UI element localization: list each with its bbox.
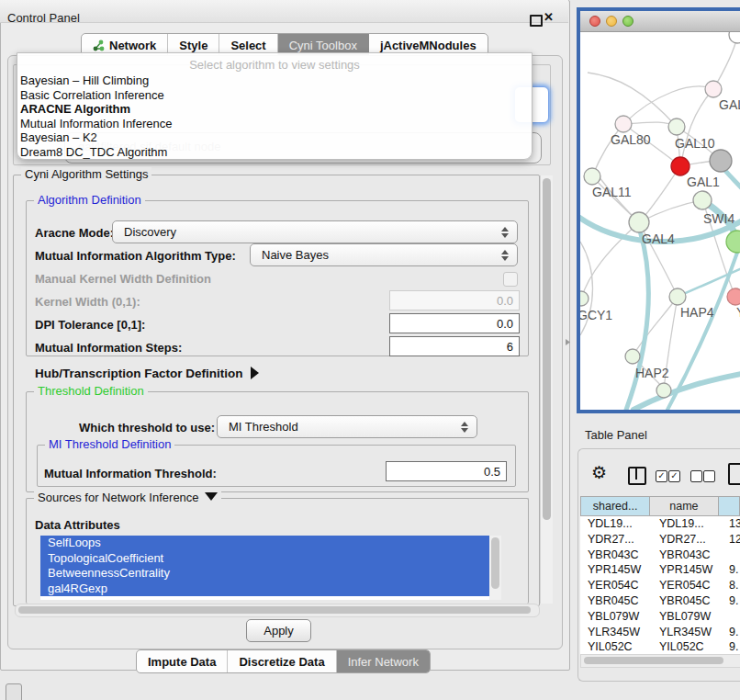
table-horizontal-scrollbar[interactable] xyxy=(580,654,740,668)
dropdown-item-bayesian-hill-climbing[interactable]: Bayesian – Hill Climbing xyxy=(17,73,532,88)
zoom-traffic-light-icon[interactable] xyxy=(622,16,633,27)
network-node-gray[interactable] xyxy=(710,150,732,172)
apply-button-label: Apply xyxy=(263,624,294,638)
table-row[interactable]: YBR043CYBR043C xyxy=(580,548,740,563)
cyni-bottom-tabbar: Impute Data Discretize Data Infer Networ… xyxy=(136,649,431,673)
aracne-mode-combo[interactable]: Discovery xyxy=(112,220,518,243)
tab-jactivemnodules-label: jActiveMNodules xyxy=(380,39,477,52)
collapse-panel-button[interactable] xyxy=(6,683,22,700)
aracne-mode-label: Aracne Mode: xyxy=(35,226,114,240)
tab-infer-network[interactable]: Infer Network xyxy=(337,650,430,672)
table-row[interactable]: YBL079WYBL079W xyxy=(580,609,740,625)
network-node-gal11[interactable] xyxy=(584,168,600,185)
aracne-mode-value: Discovery xyxy=(124,225,176,239)
minimize-traffic-light-icon[interactable] xyxy=(606,16,617,27)
list-item-topologicalcoefficient[interactable]: TopologicalCoefficient xyxy=(40,551,501,567)
mi-threshold-label: Mutual Information Threshold: xyxy=(44,467,217,480)
network-node-hap4[interactable] xyxy=(669,288,686,305)
list-item-betweennesscentrality[interactable]: BetweennessCentrality xyxy=(40,566,501,581)
close-icon[interactable]: ✕ xyxy=(544,10,554,24)
network-window-titlebar[interactable] xyxy=(580,11,740,32)
which-threshold-combo[interactable]: MI Threshold xyxy=(217,415,477,438)
float-window-icon[interactable] xyxy=(530,15,543,27)
table-row[interactable]: YDR27...YDR27...12 xyxy=(580,532,740,548)
list-item-selfloops[interactable]: SelfLoops xyxy=(40,536,501,551)
mi-type-combo[interactable]: Naive Bayes xyxy=(250,243,518,266)
tab-style-label: Style xyxy=(179,39,207,52)
algorithm-dropdown: Select algorithm to view settings Bayesi… xyxy=(17,52,533,160)
node-table[interactable]: shared... name YDL19...YDL19...13 YDR27.… xyxy=(580,496,740,654)
network-node-partial-top[interactable] xyxy=(729,32,740,43)
screen: Control Panel ✕ Network Style Select Cyn… xyxy=(0,0,740,700)
control-panel-titlebar[interactable] xyxy=(0,0,568,23)
columns-icon[interactable] xyxy=(628,467,646,485)
tab-discretize-data[interactable]: Discretize Data xyxy=(228,650,336,672)
table-row[interactable]: YBR045CYBR045C9. xyxy=(580,593,740,609)
gear-icon[interactable]: ⚙ xyxy=(591,464,607,481)
network-node-swi4[interactable] xyxy=(693,191,712,209)
data-attributes-list[interactable]: SelfLoops TopologicalCoefficient Between… xyxy=(40,536,501,600)
table-horizontal-scrollbar-thumb[interactable] xyxy=(584,657,723,664)
column-header-cut[interactable] xyxy=(719,496,740,516)
network-node-gal80[interactable] xyxy=(615,116,632,132)
column-header-name[interactable]: name xyxy=(650,496,718,516)
svg-text:GAL1: GAL1 xyxy=(687,175,720,189)
sources-legend-label: Sources for Network Inference xyxy=(38,491,199,504)
export-table-icon[interactable] xyxy=(728,463,740,485)
dpi-tolerance-label: DPI Tolerance [0,1]: xyxy=(35,318,145,332)
mi-steps-field[interactable] xyxy=(389,336,520,356)
dropdown-item-basic-correlation[interactable]: Basic Correlation Inference xyxy=(17,88,532,103)
network-node-partial-bottom[interactable] xyxy=(656,383,671,398)
settings-horizontal-scrollbar[interactable] xyxy=(15,604,540,617)
dropdown-item-dream8[interactable]: Dream8 DC_TDC Algorithm xyxy=(17,145,532,160)
network-node-green[interactable] xyxy=(726,231,740,253)
dropdown-item-aracne[interactable]: ARACNE Algorithm xyxy=(17,102,532,117)
select-all-checkbox2-icon[interactable]: ✓ xyxy=(668,470,680,482)
column-header-shared[interactable]: shared... xyxy=(580,496,650,516)
attributes-scrollbar[interactable] xyxy=(489,536,501,600)
network-node-gal4[interactable] xyxy=(629,212,649,232)
settings-vertical-scrollbar-thumb[interactable] xyxy=(543,178,551,520)
network-node-salmon[interactable] xyxy=(727,288,740,305)
network-canvas[interactable]: GAL GAL80 GAL10 GAL1 GAL11 SWI4 GAL4 GCY… xyxy=(580,32,740,410)
combo-arrows-icon xyxy=(501,250,509,261)
mi-type-label: Mutual Information Algorithm Type: xyxy=(35,249,236,263)
settings-vertical-scrollbar[interactable] xyxy=(540,175,553,604)
dropdown-item-mutual-information[interactable]: Mutual Information Inference xyxy=(17,117,532,131)
table-row[interactable]: YLR345WYLR345W9. xyxy=(580,625,740,640)
attributes-scrollbar-thumb[interactable] xyxy=(491,537,499,589)
network-node-gcy1[interactable] xyxy=(580,291,589,306)
settings-horizontal-scrollbar-thumb[interactable] xyxy=(18,606,531,614)
select-all-checkbox-icon[interactable]: ✓ xyxy=(656,470,667,482)
network-node-gal10[interactable] xyxy=(668,119,685,135)
tab-cyni-toolbox-label: Cyni Toolbox xyxy=(289,39,357,52)
svg-text:SWI4: SWI4 xyxy=(703,211,734,226)
table-row[interactable]: YDL19...YDL19...13 xyxy=(580,516,740,532)
close-traffic-light-icon[interactable] xyxy=(589,16,600,27)
table-row[interactable]: YIL052CYIL052C9. xyxy=(580,639,740,654)
manual-kernel-checkbox[interactable] xyxy=(503,272,518,287)
mi-threshold-field[interactable] xyxy=(386,461,507,481)
network-node-gal1[interactable] xyxy=(671,157,690,175)
tab-impute-data[interactable]: Impute Data xyxy=(137,650,228,672)
deselect-checkbox-icon[interactable] xyxy=(690,470,702,482)
svg-text:HAP4: HAP4 xyxy=(680,305,714,320)
tab-discretize-data-label: Discretize Data xyxy=(239,655,324,669)
combo-arrows-icon xyxy=(461,422,468,433)
kernel-width-field[interactable] xyxy=(389,290,520,310)
table-row[interactable]: YPR145WYPR145W9. xyxy=(580,562,740,578)
svg-text:HAP2: HAP2 xyxy=(635,366,669,380)
table-row[interactable]: YER054CYER054C8. xyxy=(580,578,740,593)
hub-definition-toggle[interactable]: Hub/Transcription Factor Definition xyxy=(35,367,259,380)
dpi-tolerance-field[interactable] xyxy=(389,313,520,333)
dropdown-item-bayesian-k2[interactable]: Bayesian – K2 xyxy=(17,130,532,145)
network-node-gal[interactable] xyxy=(705,81,722,97)
data-attributes-label: Data Attributes xyxy=(35,518,120,532)
sources-legend[interactable]: Sources for Network Inference xyxy=(34,491,221,504)
tab-impute-data-label: Impute Data xyxy=(148,655,216,669)
list-item-gal4rgexp[interactable]: gal4RGexp xyxy=(40,581,501,597)
apply-button[interactable]: Apply xyxy=(246,619,311,642)
network-node-hap2[interactable] xyxy=(625,349,640,364)
deselect-checkbox2-icon[interactable] xyxy=(703,470,715,482)
mi-steps-label: Mutual Information Steps: xyxy=(35,341,182,355)
